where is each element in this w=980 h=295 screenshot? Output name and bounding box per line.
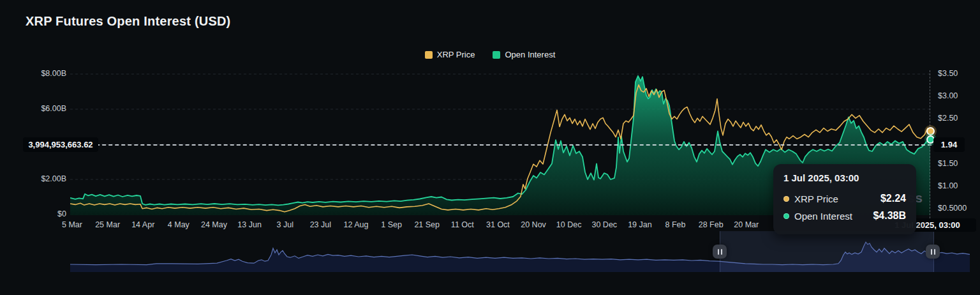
tooltip-value: $4.38B (873, 210, 906, 222)
xrp-price-marker-dot (926, 127, 935, 135)
navigator-right-handle-icon[interactable] (926, 245, 940, 259)
y-axis-tick-label: $2.00B (0, 174, 66, 183)
tooltip: 1 Jul 2025, 03:00 XRP Price $2.24 Open I… (773, 164, 916, 234)
crosshair-horizontal-line (70, 144, 932, 146)
xrp-price-swatch-icon (425, 51, 433, 59)
y-axis-tick-label: $6.00B (0, 104, 66, 113)
y-axis-tick-label: $1.50 (938, 159, 958, 168)
xrp-price-dot-icon (783, 196, 789, 202)
tooltip-row-xrp-price: XRP Price $2.24 (783, 193, 906, 204)
crosshair-right-value-badge: 1.94 (933, 137, 965, 152)
legend-label: Open Interest (505, 50, 555, 59)
tooltip-label: XRP Price (794, 193, 880, 204)
page-title: XRP Futures Open Interest (USD) (26, 14, 230, 29)
legend-label: XRP Price (437, 50, 475, 59)
open-interest-dot-icon (783, 213, 789, 219)
tooltip-row-open-interest: Open Interest $4.38B (783, 210, 906, 222)
crosshair-vertical-line (930, 70, 930, 231)
y-axis-tick-label: $2.50 (938, 114, 958, 123)
y-axis-tick-label: $0.5000 (938, 204, 967, 213)
y-axis-tick-label: $0 (0, 209, 66, 218)
tooltip-date: 1 Jul 2025, 03:00 (783, 172, 906, 183)
navigator-left-handle-icon[interactable] (713, 245, 727, 259)
y-axis-tick-label: $3.00 (938, 91, 958, 100)
tooltip-value: $2.24 (880, 193, 906, 204)
legend-item-xrp-price[interactable]: XRP Price (425, 50, 475, 59)
y-axis-tick-label: $1.00 (938, 181, 958, 190)
legend-item-open-interest[interactable]: Open Interest (493, 50, 555, 59)
x-axis-tick-label: 20 Mar (723, 220, 770, 229)
crosshair-left-value-badge: 3,994,953,663.62 (23, 137, 98, 152)
legend: XRP Price Open Interest (0, 50, 980, 59)
range-navigator[interactable] (70, 231, 970, 273)
tooltip-label: Open Interest (794, 211, 873, 222)
y-axis-tick-label: $3.50 (938, 69, 958, 78)
chart-widget: XRP Futures Open Interest (USD) XRP Pric… (0, 0, 980, 295)
y-axis-tick-label: $8.00B (0, 69, 66, 78)
open-interest-swatch-icon (493, 51, 500, 59)
navigator-selection[interactable] (720, 231, 934, 272)
